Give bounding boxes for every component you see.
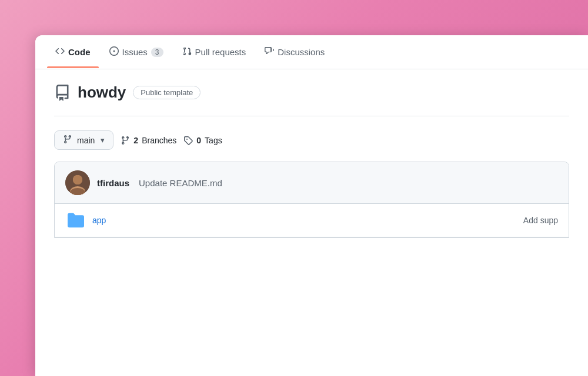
file-row: app Add supp (55, 204, 569, 237)
chevron-down-icon: ▾ (101, 136, 105, 145)
discussions-icon (265, 46, 274, 58)
tab-pull-requests-label: Pull requests (195, 47, 246, 57)
code-icon (55, 46, 65, 58)
issues-icon (109, 46, 119, 58)
commit-box: tfirdaus Update README.md app Add supp (54, 162, 569, 238)
divider (54, 116, 569, 116)
avatar-image (65, 170, 90, 195)
pull-request-icon (182, 46, 192, 58)
commit-username[interactable]: tfirdaus (97, 178, 129, 188)
tab-code-label: Code (68, 47, 91, 57)
branches-icon (121, 136, 130, 145)
tags-link[interactable]: 0 Tags (183, 136, 222, 145)
branch-selector[interactable]: main ▾ (54, 130, 113, 150)
tab-issues[interactable]: Issues 3 (101, 37, 172, 68)
branches-count: 2 (133, 136, 138, 145)
commit-row: tfirdaus Update README.md (55, 162, 569, 204)
folder-icon (65, 210, 86, 231)
repo-name: howdy (78, 83, 126, 102)
tab-issues-label: Issues (122, 47, 148, 57)
main-content: howdy Public template main ▾ 2 Bran (35, 69, 588, 252)
tab-bar: Code Issues 3 Pull requests (35, 35, 588, 69)
file-description: Add supp (523, 216, 558, 225)
issues-badge: 3 (151, 48, 163, 57)
tab-code[interactable]: Code (47, 37, 99, 68)
branch-icon (63, 135, 72, 146)
tab-discussions[interactable]: Discussions (256, 37, 333, 68)
tab-pull-requests[interactable]: Pull requests (174, 37, 255, 68)
branches-link[interactable]: 2 Branches (121, 136, 176, 145)
tag-icon (183, 136, 193, 145)
current-branch-label: main (77, 136, 95, 145)
commit-message: Update README.md (139, 178, 222, 188)
tags-count: 0 (196, 136, 201, 145)
file-name[interactable]: app (92, 216, 106, 225)
branch-tag-row: main ▾ 2 Branches 0 Tags (54, 130, 569, 150)
template-repo-icon (54, 85, 71, 101)
repo-title-row: howdy Public template (54, 83, 569, 102)
avatar (65, 170, 90, 195)
main-window: Code Issues 3 Pull requests (35, 35, 588, 376)
svg-point-3 (73, 175, 82, 184)
tags-label: Tags (205, 136, 222, 145)
tab-discussions-label: Discussions (278, 47, 325, 57)
visibility-badge: Public template (133, 86, 201, 99)
branches-label: Branches (142, 136, 176, 145)
